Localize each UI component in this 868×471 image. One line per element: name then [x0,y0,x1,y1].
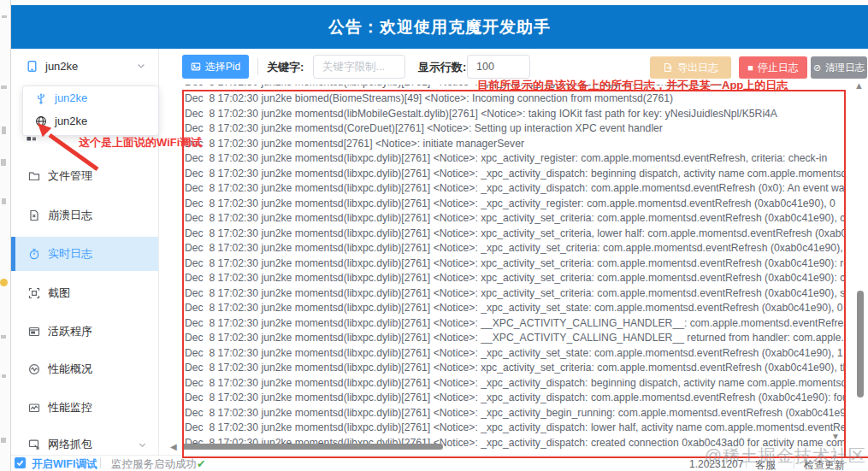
log-line: Dec 8 17:02:30 jun2ke momentsd(libxpc.dy… [185,197,845,212]
select-pid-label: 选择Pid [205,60,240,74]
export-icon [663,62,673,73]
clipped-log-line: Dec 8 17:02:30 jun2ke momentsd(libxpc.dy… [185,85,732,89]
log-line: Dec 8 17:02:30 jun2ke momentsd(libxpc.dy… [185,376,845,392]
export-log-button[interactable]: 导出日志 [650,56,731,79]
clear-log-label: 清理日志 [825,62,865,74]
dropdown-item-label: jun2ke [55,91,87,104]
log-line: Dec 8 17:02:30 jun2ke biomed(BiomeStream… [185,91,845,107]
watermark-text: @稀土掘金技术社区 [705,445,866,468]
device-name: jun2ke [45,60,78,73]
sidebar-item-label: 性能监控 [48,400,92,415]
log-line: Dec 8 17:02:30 jun2ke momentsd(libxpc.dy… [185,211,845,227]
phone-icon [26,60,38,73]
log-line: Dec 8 17:02:30 jun2ke momentsd(libxpc.dy… [185,181,845,197]
log-line: Dec 8 17:02:30 jun2ke momentsd(libxpc.dy… [185,331,845,346]
sidebar-item-label: 实时日志 [48,246,92,262]
display-lines-input[interactable] [467,55,530,79]
service-status-text: 监控服务启动成功✔ [111,457,205,471]
log-line: Dec 8 17:02:30 jun2ke momentsd(libxpc.dy… [185,301,845,316]
sidebar-item-label: 网络抓包 [48,437,92,452]
log-line: Dec 8 17:02:30 jun2ke momentsd(libxpc.dy… [185,256,845,272]
chevron-down-icon [138,440,147,450]
wifi-debug-checkbox[interactable] [15,457,26,468]
log-line: Dec 8 17:02:30 jun2ke momentsd(libxpc.dy… [185,271,845,286]
chevron-down-icon [136,61,146,71]
device-selector[interactable]: jun2ke [11,53,158,79]
selected-accent-bar [11,237,15,271]
announcement-header: 公告：欢迎使用克魔开发助手 [11,5,868,49]
log-scroll-down-arrow[interactable]: ▼ [831,432,840,441]
sidebar-item-crash-log[interactable]: 崩溃日志 [11,198,158,233]
status-divider [100,457,101,468]
log-line: Dec 8 17:02:30 jun2ke momentsd(CoreDuet)… [185,121,845,137]
success-check-icon: ✔ [197,458,205,470]
sidebar-item-label: 截图 [48,286,70,301]
sidebar-item-realtime-log[interactable]: 实时日志 [11,237,158,271]
app-window: 公告：欢迎使用克魔开发助手 jun2ke [0,0,868,471]
log-line: Dec 8 17:02:30 jun2ke momentsd[2761] <No… [185,137,845,152]
log-line: Dec 8 17:02:30 jun2ke momentsd(libxpc.dy… [185,346,845,362]
crash-log-icon [28,209,40,221]
log-line: Dec 8 17:02:30 jun2ke momentsd(libxpc.dy… [185,361,845,376]
stop-log-label: 停止日志 [758,61,799,75]
sidebar-item-label: 活跃程序 [48,324,92,339]
log-lines[interactable]: Dec 8 17:02:30 jun2ke biomed(BiomeStream… [185,91,845,451]
active-apps-icon [28,326,40,338]
keyword-label: 关键字: [267,60,304,75]
log-line: Dec 8 17:02:30 jun2ke momentsd(libxpc.dy… [185,167,845,182]
scrollbar-left-arrow[interactable]: ◀ [170,442,177,451]
screenshot-icon [28,287,40,299]
log-line: Dec 8 17:02:30 jun2ke momentsd(libxpc.dy… [185,316,845,332]
realtime-log-icon [28,248,40,260]
network-capture-icon [28,439,40,450]
scrollbar-up-arrow[interactable]: ▲ [854,80,864,91]
stop-log-button[interactable]: ■ 停止日志 [739,56,807,79]
log-line: Dec 8 17:02:30 jun2ke momentsd(libxpc.dy… [185,391,845,406]
perf-overview-icon [28,363,40,375]
dropdown-item-usb[interactable]: jun2ke [23,86,158,109]
wifi-annotation-text: 这个是上面说的WiFi调试 [79,135,202,150]
perf-monitor-icon [28,402,40,414]
usb-icon [35,92,47,104]
clear-icon: ⊘ [813,63,821,73]
sidebar-item-active-apps[interactable]: 活跃程序 [11,315,158,349]
log-line: Dec 8 17:02:30 jun2ke momentsd(libMobile… [185,107,845,122]
sidebar-item-label: 性能概况 [48,362,92,377]
sidebar-item-label: 崩溃日志 [48,208,92,223]
image-icon [191,62,201,72]
page-title: 公告：欢迎使用克魔开发助手 [328,16,551,38]
log-line: Dec 8 17:02:30 jun2ke momentsd(libxpc.dy… [185,421,845,436]
background-window-sliver [0,0,10,471]
export-log-label: 导出日志 [677,61,718,75]
wifi-debug-label[interactable]: 开启WIFI调试 [32,457,97,471]
stop-icon: ■ [747,63,753,73]
log-line: Dec 8 17:02:30 jun2ke momentsd(libxpc.dy… [185,151,845,167]
sidebar-item-perf-overview[interactable]: 性能概况 [11,352,158,386]
log-line: Dec 8 17:02:30 jun2ke momentsd(libxpc.dy… [185,406,845,421]
clear-log-button[interactable]: ⊘ 清理日志 [811,56,867,79]
sidebar-item-screenshot[interactable]: 截图 [11,276,158,310]
log-line: Dec 8 17:02:30 jun2ke momentsd(libxpc.dy… [185,227,845,242]
log-line: Dec 8 17:02:30 jun2ke momentsd(libxpc.dy… [185,241,845,256]
horizontal-scrollbar-thumb[interactable] [182,444,443,450]
display-lines-label: 显示行数: [418,60,466,75]
sidebar-item-perf-monitor[interactable]: 性能监控 [11,391,158,425]
background-dot [0,279,8,286]
select-pid-button[interactable]: 选择Pid [182,55,249,79]
log-line: Dec 8 17:02:30 jun2ke momentsd(libxpc.dy… [185,286,845,302]
keyword-input[interactable] [313,55,405,79]
vertical-scrollbar-thumb[interactable] [857,291,864,397]
toolbar-divider [257,58,258,75]
